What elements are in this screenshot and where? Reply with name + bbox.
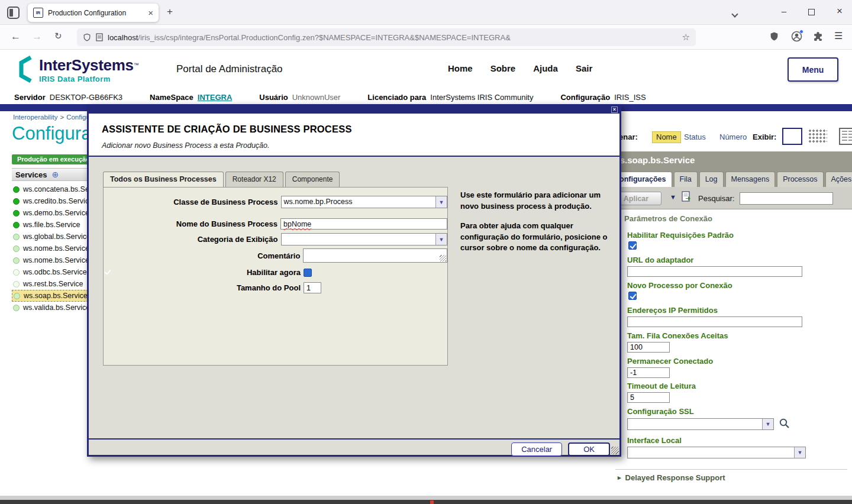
- portal-header: InterSystems™ IRIS Data Platform Portal …: [0, 50, 852, 90]
- interface-local-select[interactable]: ▼: [627, 447, 806, 458]
- sort-option-numero[interactable]: Número: [719, 133, 747, 141]
- url-bar[interactable]: localhost/iris_iss/csp/integra/EnsPortal…: [77, 28, 696, 46]
- tab-list-chevron-icon[interactable]: [732, 8, 737, 19]
- resize-grip-icon[interactable]: [440, 255, 446, 261]
- dropdown-arrow-icon[interactable]: ▼: [794, 447, 805, 458]
- categoria-label: Categoria de Exibição: [104, 235, 281, 244]
- setting-label-timeout-leitura: Timeout de Leitura: [627, 382, 696, 390]
- status-dot: [13, 198, 20, 205]
- shield-icon[interactable]: [769, 31, 779, 44]
- tab-fila[interactable]: Fila: [674, 172, 698, 187]
- close-icon[interactable]: ×: [611, 106, 618, 113]
- tab-todos-business-processes[interactable]: Todos os Business Processes: [103, 172, 224, 187]
- tam-fila-input[interactable]: [627, 342, 670, 353]
- url-adaptador-input[interactable]: [627, 266, 802, 277]
- sort-option-status[interactable]: Status: [684, 133, 706, 141]
- help-paragraph-1: Use este formulário para adicionar um no…: [460, 190, 613, 212]
- account-icon[interactable]: [791, 31, 802, 44]
- habilitar-requisicoes-checkbox[interactable]: [628, 241, 637, 250]
- cancel-button[interactable]: Cancelar: [511, 442, 562, 456]
- nav-sair[interactable]: Sair: [576, 63, 592, 73]
- form-row-nome: Nome do Business Process bpNome: [104, 218, 447, 230]
- expand-arrow-icon: ▸: [618, 474, 621, 482]
- timeout-leitura-input[interactable]: [627, 392, 670, 403]
- export-icon[interactable]: [681, 191, 692, 205]
- breadcrumb-interoperability[interactable]: Interoperability: [13, 114, 57, 121]
- window-minimize-icon[interactable]: –: [775, 6, 793, 16]
- dialog-resize-handle[interactable]: [611, 447, 619, 454]
- search-input[interactable]: [740, 192, 833, 205]
- tab-mensagens[interactable]: Mensagens: [725, 172, 776, 187]
- list-view-icon[interactable]: [782, 128, 802, 145]
- wizard-help-text: Use este formulário para adicionar um no…: [460, 190, 613, 254]
- classe-select[interactable]: ws.nome.bp.Process ▼: [281, 196, 447, 208]
- nav-home[interactable]: Home: [448, 63, 473, 73]
- add-service-icon[interactable]: ⊕: [52, 170, 59, 179]
- reload-icon[interactable]: ↻: [54, 31, 62, 41]
- categoria-select[interactable]: ▼: [281, 233, 447, 245]
- dropdown-arrow-icon[interactable]: ▼: [435, 234, 447, 245]
- new-tab-icon[interactable]: +: [167, 6, 173, 18]
- window-maximize-icon[interactable]: [808, 9, 815, 15]
- bookmark-star-icon[interactable]: ☆: [682, 32, 690, 43]
- habilitar-agora-checkbox[interactable]: [304, 269, 312, 277]
- tab-roteador-x12[interactable]: Roteador X12: [225, 172, 283, 187]
- app-menu-icon[interactable]: ☰: [834, 30, 843, 41]
- info-value-configuracao: IRIS_ISS: [614, 93, 646, 102]
- status-dot: [13, 281, 20, 287]
- nav-sobre[interactable]: Sobre: [490, 63, 516, 73]
- enderecos-ip-input[interactable]: [627, 316, 802, 327]
- production-status-badge: Produção em execução: [12, 154, 95, 164]
- comentario-textarea[interactable]: [303, 248, 447, 263]
- account-notification-dot: [799, 30, 803, 34]
- delayed-response-section[interactable]: ▸ Delayed Response Support: [618, 473, 725, 482]
- nome-input[interactable]: bpNome: [280, 218, 447, 230]
- ssl-lookup-icon[interactable]: [779, 418, 790, 431]
- dropdown-arrow-icon[interactable]: ▼: [435, 196, 447, 208]
- tab-processos[interactable]: Processos: [777, 172, 823, 187]
- ok-button[interactable]: OK: [568, 442, 610, 456]
- window-close-icon[interactable]: ×: [831, 5, 848, 17]
- brand-wordmark: InterSystems™ IRIS Data Platform: [39, 56, 139, 83]
- footer-red-marker: [430, 500, 434, 504]
- back-icon[interactable]: ←: [11, 31, 21, 43]
- status-dot: [13, 186, 20, 193]
- extensions-icon[interactable]: [813, 31, 823, 44]
- browser-tab[interactable]: IR Production Configuration ×: [28, 4, 159, 22]
- site-info-icon[interactable]: [96, 33, 103, 41]
- novo-processo-checkbox[interactable]: [628, 292, 637, 300]
- split-view-icon[interactable]: [839, 128, 852, 145]
- configuracao-ssl-value: [628, 419, 762, 429]
- status-dot: [13, 305, 20, 311]
- forward-icon[interactable]: →: [32, 31, 42, 43]
- breadcrumb-separator: >: [60, 114, 64, 121]
- permanecer-conectado-input[interactable]: [627, 367, 670, 378]
- grid-view-icon[interactable]: [808, 129, 827, 144]
- section-parametros-conexao: Parâmetros de Conexão: [624, 214, 712, 223]
- tab-acoes[interactable]: Ações: [825, 172, 852, 187]
- services-header-label: Services: [15, 170, 47, 179]
- tab-componente[interactable]: Componente: [285, 172, 340, 187]
- help-paragraph-2: Para obter ajuda com qualquer configuraç…: [460, 221, 613, 254]
- service-name: ws.credito.bs.Service: [23, 197, 93, 205]
- dialog-buttons: Cancelar OK: [511, 442, 610, 456]
- menu-button[interactable]: Menu: [788, 57, 838, 82]
- nav-ajuda[interactable]: Ajuda: [533, 63, 558, 73]
- namespace-link[interactable]: INTEGRA: [198, 93, 233, 102]
- form-row-comentario: Comentário: [104, 248, 447, 263]
- nome-label: Nome do Business Process: [104, 219, 280, 228]
- info-value-licenciado: InterSystems IRIS Community: [430, 93, 533, 102]
- tab-log[interactable]: Log: [699, 172, 724, 187]
- wizard-form-panel: Classe de Business Process ws.nome.bp.Pr…: [103, 187, 448, 366]
- tab-close-icon[interactable]: ×: [148, 8, 153, 17]
- pool-input[interactable]: [304, 282, 321, 293]
- url-text[interactable]: localhost/iris_iss/csp/integra/EnsPortal…: [108, 33, 677, 42]
- toolbar-dropdown-icon[interactable]: ▼: [670, 193, 676, 201]
- portal-title: Portal de Administração: [176, 63, 283, 75]
- dialog-titlebar[interactable]: [89, 106, 619, 114]
- form-row-habilitar: Habilitar agora: [104, 268, 447, 277]
- configuracao-ssl-select[interactable]: ▼: [627, 418, 774, 430]
- firefox-view-icon[interactable]: [7, 7, 20, 19]
- sort-option-nome[interactable]: Nome: [652, 131, 681, 143]
- dropdown-arrow-icon[interactable]: ▼: [762, 419, 773, 429]
